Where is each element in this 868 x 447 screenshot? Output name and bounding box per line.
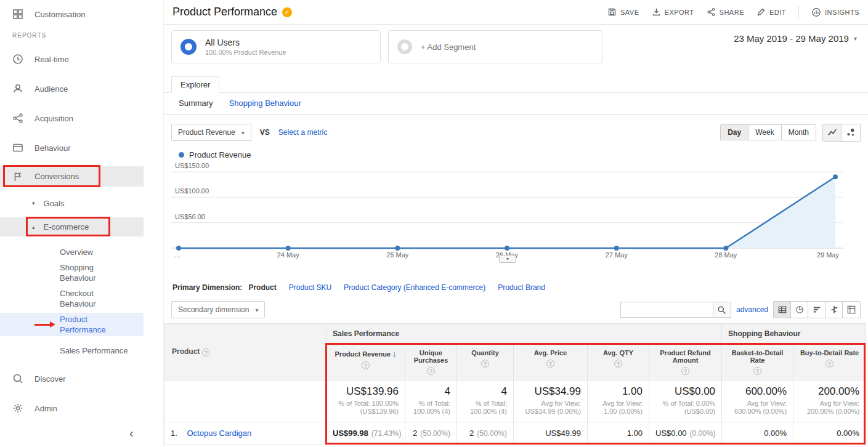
- totals-cell: 1.00Avg for View: 1.00 (0.00%): [588, 381, 649, 422]
- topbar: Product Performance ✓ SAVE EXPORT: [164, 0, 868, 25]
- sidebar-item-sales-performance[interactable]: Sales Performance: [0, 339, 131, 362]
- main-area: Product Performance ✓ SAVE EXPORT: [163, 0, 868, 447]
- subtab-shopping-behaviour[interactable]: Shopping Behaviour: [229, 99, 301, 108]
- sidebar-item-checkout-behaviour[interactable]: Checkout Behaviour: [0, 287, 131, 310]
- sidebar-item-behaviour[interactable]: Behaviour: [0, 139, 71, 157]
- search-input[interactable]: [620, 302, 713, 318]
- metric-cell: 0.00%: [793, 422, 866, 445]
- subtabs-row: Summary Shopping Behaviour: [164, 93, 868, 115]
- sidebar-item-audience[interactable]: Audience: [0, 79, 68, 98]
- help-icon[interactable]: ?: [427, 367, 435, 375]
- column-header-buy-to-detail-rate[interactable]: Buy-to-Detail Rate?: [793, 344, 866, 381]
- search-button[interactable]: [713, 302, 731, 318]
- save-button[interactable]: SAVE: [607, 7, 639, 17]
- pivot-view-icon[interactable]: [843, 302, 860, 318]
- help-icon[interactable]: ?: [546, 360, 554, 368]
- dimension-product-brand[interactable]: Product Brand: [498, 283, 545, 292]
- insights-label: INSIGHTS: [825, 9, 859, 16]
- segment-subtitle: 100.00% Product Revenue: [205, 49, 286, 56]
- totals-cell: 4% of Total: 100.00% (4): [405, 381, 457, 422]
- share-button[interactable]: SHARE: [707, 7, 744, 17]
- dimension-product-category[interactable]: Product Category (Enhanced E-commerce): [344, 283, 485, 292]
- sidebar-item-shopping-behaviour[interactable]: Shopping Behaviour: [0, 261, 131, 284]
- column-header-product[interactable]: Product ?: [164, 324, 327, 381]
- segment-all-users[interactable]: All Users 100.00% Product Revenue: [171, 30, 381, 63]
- sidebar-item-overview[interactable]: Overview: [0, 243, 93, 261]
- legend-label: Product Revenue: [189, 150, 251, 159]
- column-header-product-revenue[interactable]: Product Revenue↓ ?: [327, 344, 405, 381]
- column-header-product-refund-amount[interactable]: Product Refund Amount?: [649, 344, 722, 381]
- download-icon: [652, 7, 661, 17]
- date-range-selector[interactable]: 23 May 2019 - 29 May 2019 ▾: [734, 33, 857, 44]
- column-header-avg-price[interactable]: Avg. Price?: [514, 344, 588, 381]
- help-icon[interactable]: ?: [825, 360, 834, 368]
- metric-cell: US$49.99: [514, 422, 588, 445]
- metric-cell: 2(50.00%): [405, 422, 457, 445]
- product-performance-table: Product ? Sales Performance Shopping Beh…: [164, 323, 866, 445]
- metric-select-dropdown[interactable]: Product Revenue ▾: [171, 124, 251, 141]
- svg-text:24 May: 24 May: [277, 251, 300, 259]
- chart-type-group: [822, 124, 861, 142]
- dimension-product[interactable]: Product: [248, 283, 276, 292]
- timeseries-chart[interactable]: US$50.00US$100.00US$150.00…24 May25 May2…: [164, 162, 868, 267]
- group-header-row: Product ? Sales Performance Shopping Beh…: [164, 324, 866, 344]
- secondary-dimension-dropdown[interactable]: Secondary dimension ▾: [171, 301, 265, 318]
- line-chart-button[interactable]: [823, 124, 842, 141]
- sidebar-item-conversions[interactable]: Conversions: [0, 166, 144, 187]
- column-header-quantity[interactable]: Quantity?: [457, 344, 514, 381]
- tab-explorer[interactable]: Explorer: [171, 76, 219, 93]
- sidebar-item-ecommerce[interactable]: ▴ E-commerce: [0, 217, 144, 236]
- performance-view-icon[interactable]: [808, 302, 825, 318]
- app-root: Customisation REPORTS Real-time Audience: [0, 0, 868, 447]
- help-icon[interactable]: ?: [481, 360, 489, 368]
- secondary-dimension-label: Secondary dimension: [178, 305, 249, 314]
- column-header-avg-qty[interactable]: Avg. QTY?: [588, 344, 649, 381]
- sidebar-item-discover[interactable]: Discover: [0, 369, 66, 388]
- segment-donut-icon: [180, 39, 197, 55]
- granularity-controls: Day Week Month: [720, 124, 861, 142]
- percentage-view-icon[interactable]: [791, 302, 808, 318]
- verified-badge-icon: ✓: [282, 7, 292, 17]
- granularity-month-button[interactable]: Month: [782, 125, 816, 140]
- product-link[interactable]: Octopus Cardigan: [187, 429, 251, 438]
- comparison-view-icon[interactable]: [825, 302, 843, 318]
- subtab-summary[interactable]: Summary: [179, 99, 213, 108]
- dimension-product-sku[interactable]: Product SKU: [289, 283, 331, 292]
- metric-cell: 0.00%: [722, 422, 793, 445]
- sidebar-collapse-button[interactable]: ‹: [129, 426, 134, 440]
- network-icon: [12, 113, 23, 124]
- sidebar-item-acquisition[interactable]: Acquisition: [0, 109, 73, 127]
- edit-button[interactable]: EDIT: [756, 7, 786, 17]
- help-icon[interactable]: ?: [753, 367, 761, 375]
- totals-cell: US$0.00% of Total: 0.00% (US$0.00): [649, 381, 722, 422]
- granularity-week-button[interactable]: Week: [748, 125, 781, 140]
- add-segment-button[interactable]: + Add Segment: [388, 30, 602, 63]
- sidebar-item-goals[interactable]: ▾ Goals: [0, 195, 65, 211]
- sidebar-item-label: Customisation: [34, 10, 85, 19]
- customisation-grid-icon: [12, 9, 23, 20]
- advanced-link[interactable]: advanced: [736, 305, 768, 314]
- sidebar-item-label: Behaviour: [34, 143, 71, 153]
- timeline-handle[interactable]: ▾: [499, 255, 516, 263]
- column-header-unique-purchases[interactable]: Unique Purchases?: [405, 344, 457, 381]
- sidebar-item-label: Shopping Behaviour: [60, 262, 131, 283]
- table-view-icon[interactable]: [774, 302, 791, 318]
- export-button[interactable]: EXPORT: [652, 7, 694, 17]
- pencil-icon: [756, 7, 766, 17]
- help-icon[interactable]: ?: [614, 360, 622, 368]
- help-icon[interactable]: ?: [681, 367, 689, 375]
- insights-button[interactable]: INSIGHTS: [811, 7, 859, 17]
- sidebar-item-realtime[interactable]: Real-time: [0, 50, 69, 68]
- select-a-metric-link[interactable]: Select a metric: [278, 128, 327, 137]
- column-header-basket-to-detail-rate[interactable]: Basket-to-Detail Rate?: [722, 344, 793, 381]
- motion-chart-button[interactable]: [842, 124, 860, 141]
- granularity-day-button[interactable]: Day: [721, 125, 748, 140]
- help-icon[interactable]: ?: [362, 361, 370, 369]
- sidebar-item-customisation[interactable]: Customisation: [0, 5, 85, 23]
- help-icon[interactable]: ?: [202, 348, 210, 356]
- share-label: SHARE: [720, 9, 744, 16]
- sidebar-item-product-performance[interactable]: Product Performance: [0, 313, 144, 336]
- save-icon: [607, 7, 617, 17]
- sidebar-item-admin[interactable]: Admin: [0, 399, 57, 417]
- chevron-down-icon: ▾: [32, 200, 35, 206]
